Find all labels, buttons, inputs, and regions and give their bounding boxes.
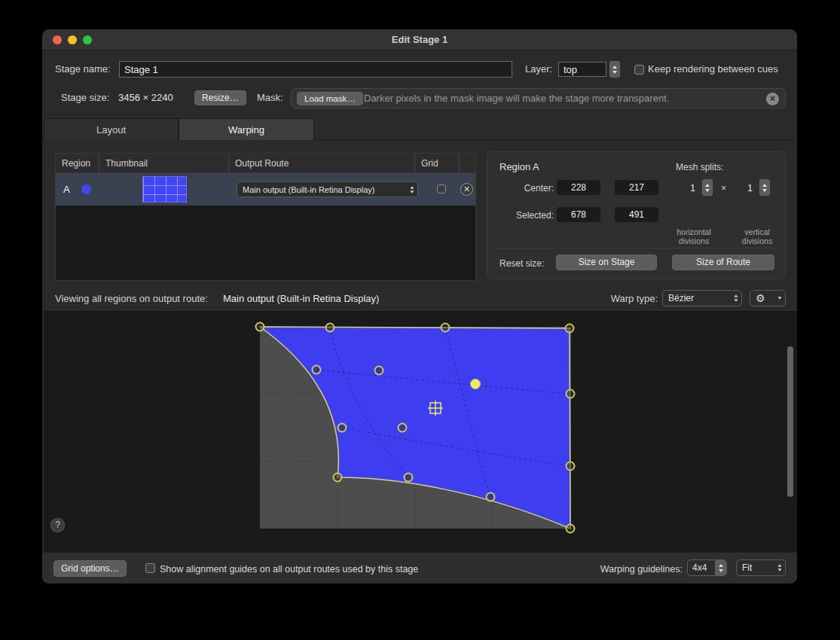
viewing-route-value: Main output (Built-in Retina Display) (223, 291, 379, 306)
column-header-output-route: Output Route (229, 154, 415, 172)
layer-label: Layer: (525, 62, 552, 77)
region-a-panel: Region A Mesh splits: Center: 228 217 1 … (487, 151, 786, 279)
multiply-sign: × (721, 181, 726, 195)
dropdown-chevrons-icon (407, 186, 417, 194)
viewing-route-label: Viewing all regions on output route: (55, 291, 208, 306)
load-mask-button[interactable]: Load mask… (297, 92, 363, 105)
region-table-header: Region Thumbnail Output Route Grid (56, 154, 475, 173)
h-divisions-value: 1 (677, 181, 695, 195)
region-thumbnail (142, 176, 187, 203)
resize-button[interactable]: Resize… (194, 90, 246, 105)
reset-size-label: Reset size: (499, 257, 544, 270)
warp-type-value: Bézier (668, 293, 694, 303)
titlebar: Edit Stage 1 (42, 29, 797, 50)
warp-handle[interactable] (399, 424, 407, 432)
warp-handle[interactable] (256, 323, 264, 331)
vertical-divisions-label: vertical divisions (730, 227, 784, 245)
dropdown-chevrons-icon (774, 564, 785, 571)
layer-stepper[interactable] (609, 61, 620, 78)
help-button[interactable]: ? (50, 518, 65, 532)
output-route-value: Main output (Built-in Retina Display) (243, 185, 374, 194)
warp-handle[interactable] (566, 325, 574, 333)
keep-rendering-label: Keep rendering between cues (648, 62, 778, 77)
stage-size-label: Stage size: (61, 90, 109, 105)
panel-divider (496, 248, 776, 248)
region-table: Region Thumbnail Output Route Grid A Mai… (55, 153, 476, 281)
output-route-dropdown[interactable]: Main output (Built-in Retina Display) (237, 181, 418, 197)
warp-handle[interactable] (326, 324, 334, 332)
stage-name-input[interactable] (119, 61, 512, 78)
h-divisions-stepper[interactable] (702, 179, 713, 196)
guidelines-stepper[interactable] (715, 560, 726, 575)
size-of-route-button[interactable]: Size of Route (672, 254, 774, 270)
canvas-scrollbar[interactable] (787, 346, 793, 497)
center-label: Center: (502, 181, 554, 195)
dropdown-chevrons-icon (731, 294, 741, 302)
grid-checkbox[interactable] (437, 184, 446, 194)
edit-stage-window: Edit Stage 1 Stage name: Layer: Keep ren… (41, 29, 798, 584)
warp-canvas-svg[interactable] (44, 312, 797, 553)
selected-x-field[interactable]: 678 (557, 207, 600, 222)
center-x-field[interactable]: 228 (557, 180, 600, 195)
column-header-spacer (460, 154, 475, 172)
warp-handle[interactable] (487, 493, 495, 501)
footer-bar: Grid options… Show alignment guides on a… (42, 552, 797, 584)
alignment-guides-checkbox[interactable] (145, 563, 155, 573)
region-panel-title: Region A (499, 160, 539, 174)
warp-handle[interactable] (567, 390, 575, 398)
column-header-region: Region (56, 154, 99, 172)
warp-type-label: Warp type: (596, 291, 658, 306)
warp-handle[interactable] (405, 474, 413, 482)
v-divisions-value: 1 (735, 181, 753, 195)
gear-icon: ⚙ (756, 292, 765, 304)
warp-handle[interactable] (375, 367, 383, 375)
selected-warp-handle[interactable] (471, 379, 481, 389)
grid-options-button[interactable]: Grid options… (53, 560, 127, 577)
warp-handle[interactable] (567, 525, 575, 533)
mask-placeholder: Darker pixels in the mask image will mak… (364, 91, 669, 106)
keep-rendering-checkbox[interactable] (634, 65, 644, 75)
size-on-stage-button[interactable]: Size on Stage (556, 254, 657, 270)
tab-bar: Layout Warping (42, 118, 797, 140)
region-name: A (63, 182, 70, 197)
warp-handle[interactable] (313, 366, 321, 374)
mask-field: Load mask… Darker pixels in the mask ima… (291, 88, 786, 108)
stage-size-value: 3456 × 2240 (118, 90, 173, 105)
selected-label: Selected: (502, 209, 554, 222)
layer-input[interactable] (558, 62, 606, 77)
v-divisions-stepper[interactable] (759, 179, 770, 196)
selected-y-field[interactable]: 491 (615, 207, 658, 222)
delete-region-icon[interactable]: ✕ (460, 183, 473, 196)
desktop-background: Edit Stage 1 Stage name: Layer: Keep ren… (0, 0, 840, 640)
fit-dropdown[interactable]: Fit (736, 559, 786, 576)
clear-mask-icon[interactable]: × (766, 93, 779, 105)
region-color-swatch[interactable] (81, 184, 91, 194)
stage-name-label: Stage name: (55, 62, 111, 77)
table-row-region-a[interactable]: A Main output (Built-in Retina Display) … (56, 173, 475, 206)
mesh-splits-label: Mesh splits: (676, 160, 723, 174)
warp-canvas[interactable]: ? (44, 311, 797, 552)
dropdown-chevrons-icon (774, 297, 785, 300)
guidelines-value: 4x4 (692, 562, 707, 573)
warp-handle[interactable] (334, 474, 342, 482)
alignment-guides-label: Show alignment guides on all output rout… (160, 562, 418, 577)
warp-type-dropdown[interactable]: Bézier (662, 290, 742, 306)
warp-handle[interactable] (441, 324, 450, 332)
column-header-grid: Grid (415, 154, 460, 172)
warp-handle[interactable] (567, 462, 575, 471)
center-y-field[interactable]: 217 (615, 180, 658, 195)
tab-layout[interactable]: Layout (44, 118, 179, 140)
horizontal-divisions-label: horizontal divisions (667, 227, 721, 245)
guidelines-stepper-field[interactable]: 4x4 (687, 559, 727, 576)
column-header-thumbnail: Thumbnail (99, 154, 229, 172)
warp-settings-dropdown[interactable]: ⚙ (750, 290, 786, 306)
fit-value: Fit (742, 562, 752, 573)
warping-guidelines-label: Warping guidelines: (570, 562, 683, 577)
tab-warping[interactable]: Warping (179, 118, 314, 140)
warp-handle[interactable] (338, 424, 347, 432)
window-title: Edit Stage 1 (42, 29, 797, 50)
mask-label: Mask: (257, 90, 283, 105)
